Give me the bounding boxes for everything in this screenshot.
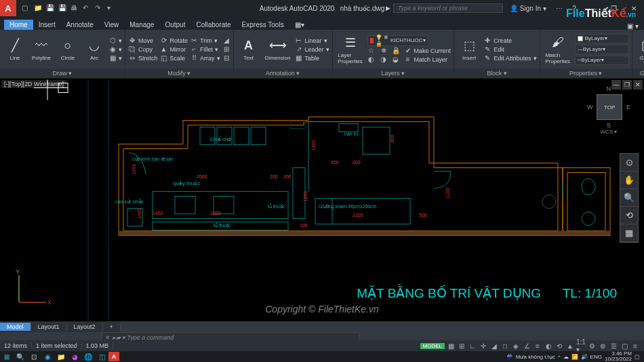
sb-lw-icon[interactable]: ≡: [533, 341, 542, 350]
app-logo[interactable]: A: [0, 0, 16, 16]
edit-attr-button[interactable]: ✎Edit Attributes ▾: [483, 54, 537, 62]
edit-button[interactable]: ✎Edit: [483, 45, 537, 54]
tab-collaborate[interactable]: Collaborate: [190, 20, 236, 30]
panel-annotation-title[interactable]: Annotation ▾: [234, 68, 332, 78]
linetype-dropdown[interactable]: ─ ByLayer ▾: [575, 56, 629, 65]
rotate-button[interactable]: ⟳Rotate: [160, 37, 188, 45]
ribbon-collapse-button[interactable]: ▣ ▾: [622, 22, 644, 30]
qat-redo-icon[interactable]: ↷: [95, 4, 103, 12]
weather-icon[interactable]: ☔: [506, 354, 513, 360]
start-button[interactable]: ⊞: [0, 351, 14, 362]
sb-ann-icon[interactable]: ▲: [565, 341, 575, 350]
array-button[interactable]: ⠿Array ▾: [190, 54, 220, 62]
qat-new-icon[interactable]: ▢: [22, 4, 30, 12]
draw-extra3[interactable]: ▦▾: [108, 54, 122, 62]
qat-open-icon[interactable]: 📁: [34, 4, 42, 12]
match-properties-button[interactable]: 🖌Match Properties: [543, 35, 573, 64]
sb-otrack-icon[interactable]: ∠: [522, 341, 531, 350]
edge-icon[interactable]: ◉: [41, 351, 54, 362]
sb-osnap-icon[interactable]: □: [500, 341, 510, 350]
fillet-button[interactable]: ⌐Fillet ▾: [190, 45, 220, 54]
tab-featured[interactable]: ▦▾: [289, 20, 310, 30]
qat-save-icon[interactable]: 💾: [46, 4, 54, 12]
tab-express[interactable]: Express Tools: [237, 20, 289, 30]
tray-wifi-icon[interactable]: 📶: [571, 354, 578, 360]
mirror-button[interactable]: ▲Mirror: [160, 45, 188, 54]
store-icon[interactable]: ◫: [95, 351, 108, 362]
signin-button[interactable]: 👤 Sign In▾: [506, 5, 550, 12]
match-layer-button[interactable]: ≡Match Layer: [404, 56, 448, 64]
draw-extra2[interactable]: ◉▾: [108, 45, 122, 54]
panel-properties-title[interactable]: Properties ▾: [540, 68, 632, 78]
draw-extra1[interactable]: ⬡▾: [108, 37, 122, 45]
layer-ex2[interactable]: ❄: [380, 47, 388, 55]
explorer-icon[interactable]: 📁: [54, 351, 68, 362]
layer-ex3[interactable]: 🔒: [392, 47, 400, 55]
panel-groups-title[interactable]: Groups ▾: [632, 68, 644, 78]
tab-home[interactable]: Home: [4, 20, 33, 30]
qat-dropdown-icon[interactable]: ▾: [107, 4, 115, 12]
tray-up-icon[interactable]: ^: [558, 354, 561, 360]
leader-button[interactable]: ↗Leader ▾: [295, 45, 329, 54]
panel-modify-title[interactable]: Modify ▾: [125, 68, 233, 78]
sb-ws-icon[interactable]: ⚙: [587, 341, 597, 350]
sb-custom-icon[interactable]: ≡: [630, 341, 640, 350]
modify-ex1[interactable]: ◢: [222, 37, 230, 45]
taskview-icon[interactable]: ⊡: [27, 351, 41, 362]
tab-manage[interactable]: Manage: [124, 20, 159, 30]
stretch-button[interactable]: ⇔Stretch: [128, 54, 158, 62]
messenger-icon[interactable]: ◕: [68, 351, 81, 362]
tray-notifications-icon[interactable]: ▢: [635, 354, 640, 360]
layer-properties-button[interactable]: ☰Layer Properties: [336, 35, 365, 64]
sb-grid-icon[interactable]: ▦: [446, 341, 456, 350]
sb-polar-icon[interactable]: ✛: [479, 341, 488, 350]
chrome-icon[interactable]: 🌐: [81, 351, 95, 362]
lineweight-dropdown[interactable]: — ByLayer ▾: [575, 45, 629, 54]
qat-plot-icon[interactable]: 🖶: [71, 4, 79, 12]
layer-ex6[interactable]: ◒: [392, 56, 400, 64]
sb-snap-icon[interactable]: ⊞: [457, 341, 466, 350]
copy-button[interactable]: ⿻Copy: [128, 45, 158, 54]
help-icon[interactable]: ⋯: [553, 5, 565, 12]
text-button[interactable]: AText: [237, 37, 261, 61]
modify-ex3[interactable]: ⊟: [222, 54, 230, 62]
drawing-viewport[interactable]: [-][Top][2D Wireframe] —❐✕ N WTOPE S WCS…: [0, 79, 644, 321]
tray-sound-icon[interactable]: 🔊: [581, 354, 588, 360]
arc-button[interactable]: ◡Arc: [82, 37, 106, 61]
panel-block-title[interactable]: Block ▾: [454, 68, 540, 78]
make-current-button[interactable]: ✔Make Current: [404, 47, 451, 55]
task-search-icon[interactable]: 🔍: [14, 351, 27, 362]
group-button[interactable]: ▣Group: [635, 37, 644, 61]
autocad-task-icon[interactable]: A: [108, 352, 119, 361]
color-dropdown[interactable]: ByLayer ▾: [575, 34, 629, 43]
create-button[interactable]: ✚Create: [483, 37, 537, 45]
add-layout-button[interactable]: +: [103, 323, 121, 331]
trim-button[interactable]: ✂Trim ▾: [190, 37, 220, 45]
model-tab[interactable]: Model: [0, 323, 31, 331]
scale-button[interactable]: ◱Scale: [160, 54, 188, 62]
tab-annotate[interactable]: Annotate: [61, 20, 99, 30]
dimension-button[interactable]: ⟷Dimension: [263, 37, 293, 61]
search-input[interactable]: [393, 3, 503, 13]
move-button[interactable]: ✥Move: [128, 37, 158, 45]
sb-iso-icon[interactable]: ◢: [489, 341, 499, 350]
tray-lang[interactable]: ENG: [590, 354, 602, 360]
panel-draw-title[interactable]: Draw ▾: [0, 68, 125, 78]
sb-ortho-icon[interactable]: ∟: [468, 341, 477, 350]
sb-trans-icon[interactable]: ◐: [544, 341, 553, 350]
sb-scale-icon[interactable]: 1:1 ▾: [576, 341, 586, 350]
layer-ex1[interactable]: ☆: [367, 47, 376, 55]
current-layer-dropdown[interactable]: 💡 ❄ 🔒 KICHTHUOC ▾: [367, 35, 428, 46]
sb-clean-icon[interactable]: ▢: [620, 341, 629, 350]
tab-insert[interactable]: Insert: [33, 20, 61, 30]
sb-cycle-icon[interactable]: ⟲: [555, 341, 564, 350]
layer-ex4[interactable]: ◐: [367, 56, 376, 64]
panel-layers-title[interactable]: Layers ▾: [333, 68, 454, 78]
model-badge[interactable]: MODEL: [420, 343, 445, 349]
tab-output[interactable]: Output: [159, 20, 190, 30]
sb-hw-icon[interactable]: ☰: [609, 341, 618, 350]
circle-button[interactable]: ○Circle: [56, 37, 80, 61]
layout2-tab[interactable]: Layout2: [67, 323, 103, 331]
qat-saveas-icon[interactable]: 💾: [58, 4, 66, 12]
tab-view[interactable]: View: [99, 20, 125, 30]
